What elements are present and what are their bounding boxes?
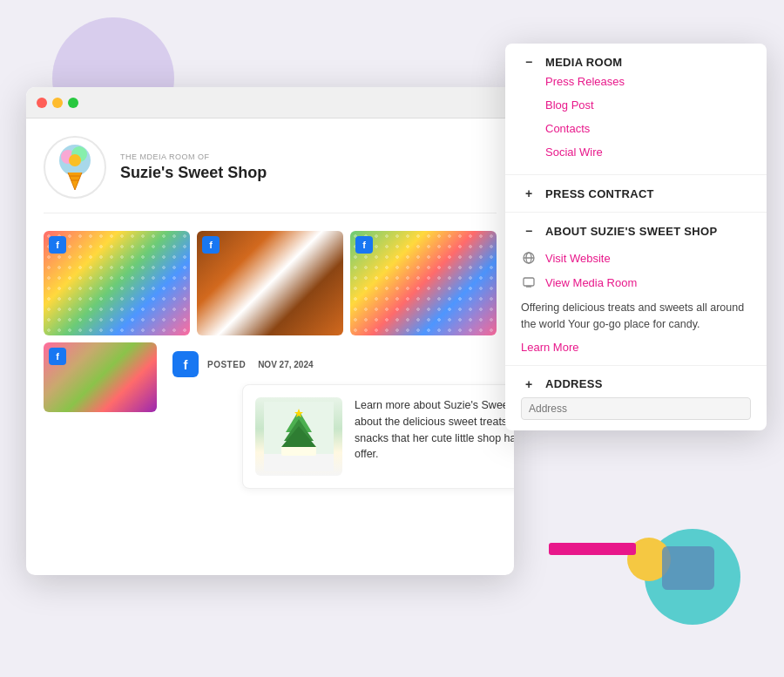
logo-area: THE MDEIA ROOM OF Suzie's Sweet Shop xyxy=(44,136,497,213)
post-container: f POSTED NOV 27, 2024 xyxy=(172,351,486,489)
address-toggle-icon: + xyxy=(521,376,537,392)
media-room-icon xyxy=(521,274,537,290)
deco-rect-blue xyxy=(662,546,714,590)
post-thumbnail xyxy=(255,397,342,476)
globe-icon xyxy=(521,250,537,266)
browser-close-button[interactable] xyxy=(37,98,47,108)
press-contract-toggle-icon: + xyxy=(521,186,537,201)
fb-icon-large: f xyxy=(172,351,199,377)
about-title: ABOUT SUZIE'S SWEET SHOP xyxy=(545,225,717,238)
deco-bar-pink xyxy=(549,543,636,555)
brand-subtitle: THE MDEIA ROOM OF xyxy=(120,152,267,161)
browser-content: THE MDEIA ROOM OF Suzie's Sweet Shop f f… xyxy=(26,118,514,506)
svg-rect-19 xyxy=(524,278,534,286)
menu-item-contacts[interactable]: Contacts xyxy=(521,117,751,140)
address-header[interactable]: + ADDRESS xyxy=(521,376,751,392)
post-text: Learn more about Suzie's Sweets and all … xyxy=(355,397,514,476)
menu-item-blog-post[interactable]: Blog Post xyxy=(521,93,751,117)
fb-badge-3: f xyxy=(355,236,373,254)
media-room-toggle-icon: − xyxy=(521,54,537,70)
post-date: NOV 27, 2024 xyxy=(258,360,313,369)
post-meta: POSTED NOV 27, 2024 xyxy=(207,360,314,369)
view-media-room-label: View Media Room xyxy=(545,276,637,289)
media-room-section: − MEDIA ROOM Press Releases Blog Post Co… xyxy=(505,44,767,175)
second-row-container: f f POSTED NOV 27, 2024 xyxy=(44,342,497,489)
dropdown-menu: − MEDIA ROOM Press Releases Blog Post Co… xyxy=(505,44,767,430)
browser-maximize-button[interactable] xyxy=(68,98,78,108)
media-room-header[interactable]: − MEDIA ROOM xyxy=(521,54,751,70)
brand-logo xyxy=(44,136,106,199)
address-section: + ADDRESS xyxy=(505,366,767,430)
browser-titlebar xyxy=(26,87,514,118)
media-room-items: Press Releases Blog Post Contacts Social… xyxy=(521,70,751,164)
browser-minimize-button[interactable] xyxy=(52,98,63,108)
candy-image-1: f xyxy=(44,231,190,335)
about-content: Visit Website View Media Room Offering d… xyxy=(521,239,751,355)
svg-point-3 xyxy=(69,154,81,166)
press-contract-section: + PRESS CONTRACT xyxy=(505,175,767,213)
candy-image-3: f xyxy=(350,231,497,335)
brand-info: THE MDEIA ROOM OF Suzie's Sweet Shop xyxy=(120,152,267,182)
logo-svg xyxy=(49,141,101,193)
media-room-title: MEDIA ROOM xyxy=(545,56,622,69)
post-header: f POSTED NOV 27, 2024 xyxy=(172,351,486,377)
fb-badge-1: f xyxy=(49,236,66,254)
posted-label: POSTED xyxy=(207,360,246,369)
about-header[interactable]: − ABOUT SUZIE'S SWEET SHOP xyxy=(521,223,751,239)
view-media-room-link[interactable]: View Media Room xyxy=(521,270,751,294)
visit-website-label: Visit Website xyxy=(545,252,611,265)
cake-svg xyxy=(264,402,334,471)
learn-more-link[interactable]: Learn More xyxy=(521,341,578,354)
address-input[interactable] xyxy=(521,397,751,420)
image-grid-row1: f f f xyxy=(44,231,497,335)
fb-badge-4: f xyxy=(49,348,66,365)
about-description: Offering delicious treats and sweets all… xyxy=(521,294,751,339)
svg-marker-4 xyxy=(68,173,82,190)
visit-website-link[interactable]: Visit Website xyxy=(521,246,751,270)
browser-window: THE MDEIA ROOM OF Suzie's Sweet Shop f f… xyxy=(26,87,514,575)
press-contract-title: PRESS CONTRACT xyxy=(545,187,654,200)
menu-item-press-releases[interactable]: Press Releases xyxy=(521,70,751,93)
about-section: − ABOUT SUZIE'S SWEET SHOP Visit Website xyxy=(505,213,767,366)
candy-image-4: f xyxy=(44,342,157,412)
post-card: Learn more about Suzie's Sweets and all … xyxy=(242,384,514,489)
candy-image-2: f xyxy=(197,231,343,335)
address-title: ADDRESS xyxy=(545,377,603,390)
about-toggle-icon: − xyxy=(521,223,537,239)
press-contract-header[interactable]: + PRESS CONTRACT xyxy=(521,186,751,201)
svg-rect-10 xyxy=(264,454,334,471)
menu-item-social-wire[interactable]: Social Wire xyxy=(521,140,751,164)
fb-badge-2: f xyxy=(202,236,220,254)
brand-name: Suzie's Sweet Shop xyxy=(120,164,267,182)
